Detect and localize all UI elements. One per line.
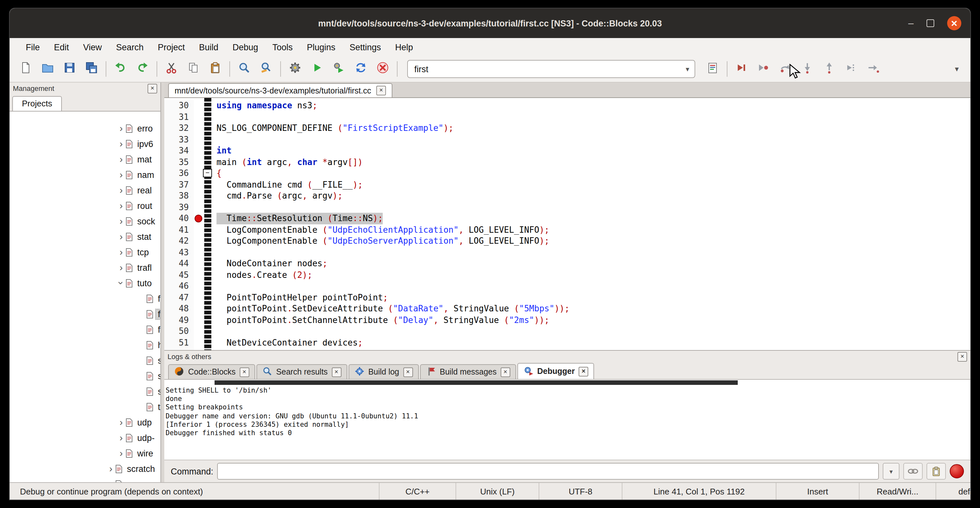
replace-button[interactable] xyxy=(255,59,277,79)
search-combo[interactable]: ▾ xyxy=(407,60,695,78)
menu-item-debug[interactable]: Debug xyxy=(226,40,266,54)
tree-item-ipv6[interactable]: ›ipv6 xyxy=(10,136,161,151)
save-all-button[interactable] xyxy=(81,59,102,79)
tree-item-erro[interactable]: ›erro xyxy=(10,121,161,136)
chevron-right-icon[interactable]: › xyxy=(117,201,126,210)
new-file-button[interactable] xyxy=(15,59,37,79)
code-line-31[interactable]: 31 xyxy=(164,111,970,123)
command-history-dropdown[interactable]: ▾ xyxy=(883,463,899,479)
chevron-right-icon[interactable]: › xyxy=(117,217,126,226)
breakpoint-marker[interactable] xyxy=(194,214,202,222)
tree-item-udp[interactable]: ›udp xyxy=(10,414,161,430)
run-button[interactable] xyxy=(306,59,328,79)
breakpoint-margin[interactable] xyxy=(194,269,204,280)
breakpoint-margin[interactable] xyxy=(194,337,204,348)
attach-icon[interactable] xyxy=(903,463,923,479)
incremental-search-button[interactable] xyxy=(702,59,724,79)
redo-button[interactable] xyxy=(131,59,153,79)
breakpoint-margin[interactable] xyxy=(194,314,204,326)
maximize-button[interactable] xyxy=(926,19,934,27)
minimize-button[interactable]: – xyxy=(908,20,914,26)
tree-item-tcp[interactable]: ›tcp xyxy=(10,244,161,260)
menu-item-file[interactable]: File xyxy=(19,40,47,54)
code-line-48[interactable]: 48 pointToPoint.SetDeviceAttribute ("Dat… xyxy=(164,303,970,314)
code-line-47[interactable]: 47 PointToPointHelper pointToPoint; xyxy=(164,292,970,303)
breakpoint-margin[interactable] xyxy=(194,348,204,350)
code-line-38[interactable]: 38 cmd.Parse (argc, argv); xyxy=(164,190,970,201)
editor-tab-first-cc[interactable]: mnt/dev/tools/source/ns-3-dev/examples/t… xyxy=(168,83,392,97)
menu-item-view[interactable]: View xyxy=(76,40,109,54)
close-icon[interactable]: × xyxy=(239,367,249,377)
tab-projects[interactable]: Projects xyxy=(12,96,62,111)
breakpoint-margin[interactable] xyxy=(194,292,204,303)
breakpoint-margin[interactable] xyxy=(194,303,204,314)
chevron-right-icon[interactable]: › xyxy=(117,139,126,148)
tree-item-nam[interactable]: ›nam xyxy=(10,167,161,182)
save-file-button[interactable] xyxy=(59,59,81,79)
chevron-right-icon[interactable]: › xyxy=(117,170,126,179)
chevron-right-icon[interactable]: › xyxy=(106,479,115,482)
paste-button[interactable] xyxy=(204,59,226,79)
close-icon[interactable]: × xyxy=(403,367,413,377)
logs-tab-code-blocks[interactable]: Code::Blocks× xyxy=(168,364,255,379)
close-icon[interactable]: × xyxy=(958,352,967,361)
code-line-35[interactable]: 35main (int argc, char *argv[]) xyxy=(164,156,970,167)
chevron-right-icon[interactable]: › xyxy=(117,418,126,427)
cut-button[interactable] xyxy=(161,59,182,79)
menu-item-tools[interactable]: Tools xyxy=(265,40,300,54)
find-button[interactable] xyxy=(233,59,255,79)
tree-item-sock[interactable]: ›sock xyxy=(10,213,161,229)
menu-item-build[interactable]: Build xyxy=(192,40,226,54)
titlebar[interactable]: mnt/dev/tools/source/ns-3-dev/examples/t… xyxy=(10,8,970,38)
chevron-right-icon[interactable]: › xyxy=(117,433,126,442)
tree-item-fif[interactable]: fif xyxy=(10,291,161,306)
code-line-45[interactable]: 45 nodes.Create (2); xyxy=(164,269,970,280)
tree-item-se[interactable]: se xyxy=(10,353,161,368)
next-instruction-button[interactable] xyxy=(840,59,862,79)
code-line-33[interactable]: 33 xyxy=(164,134,970,145)
code-line-41[interactable]: 41 LogComponentEnable ("UdpEchoClientApp… xyxy=(164,224,970,235)
stop-debugger-icon[interactable] xyxy=(950,464,964,478)
copy-button[interactable] xyxy=(182,59,204,79)
code-line-44[interactable]: 44 NodeContainer nodes; xyxy=(164,258,970,269)
build-and-run-button[interactable] xyxy=(328,59,350,79)
breakpoint-margin[interactable] xyxy=(194,224,204,235)
chevron-down-icon[interactable]: ▾ xyxy=(680,65,695,73)
tree-item-udp-[interactable]: ›udp- xyxy=(10,430,161,446)
undo-button[interactable] xyxy=(110,59,131,79)
code-line-46[interactable]: 46 xyxy=(164,280,970,292)
chevron-down-icon[interactable]: ▾ xyxy=(948,64,965,73)
code-line-36[interactable]: 36{ xyxy=(164,167,970,179)
fold-marker-open[interactable]: − xyxy=(203,169,212,177)
rebuild-button[interactable] xyxy=(350,59,372,79)
breakpoint-margin[interactable] xyxy=(194,280,204,292)
breakpoint-margin[interactable] xyxy=(194,134,204,145)
open-file-button[interactable] xyxy=(37,59,59,79)
breakpoint-margin[interactable] xyxy=(194,100,204,111)
close-button[interactable]: ✕ xyxy=(947,16,961,30)
close-icon[interactable]: × xyxy=(331,367,341,377)
code-line-37[interactable]: 37 CommandLine cmd (__FILE__); xyxy=(164,179,970,190)
tree-item-tuto[interactable]: ›tuto xyxy=(10,275,161,291)
step-out-button[interactable] xyxy=(818,59,840,79)
chevron-right-icon[interactable]: › xyxy=(117,248,126,256)
menu-item-settings[interactable]: Settings xyxy=(342,40,388,54)
chevron-down-icon[interactable]: › xyxy=(117,279,126,288)
build-button[interactable] xyxy=(284,59,306,79)
tree-item-wire[interactable]: ›wire xyxy=(10,446,161,461)
tree-item-scratch[interactable]: ›scratch xyxy=(10,461,161,476)
run-to-cursor-button[interactable] xyxy=(752,59,775,79)
menu-item-plugins[interactable]: Plugins xyxy=(300,40,342,54)
logs-tab-build-log[interactable]: Build log× xyxy=(348,364,418,379)
close-icon[interactable]: × xyxy=(376,86,386,96)
breakpoint-margin[interactable] xyxy=(194,258,204,269)
breakpoint-margin[interactable] xyxy=(194,247,204,258)
chevron-right-icon[interactable]: › xyxy=(117,155,126,164)
code-line-42[interactable]: 42 LogComponentEnable ("UdpEchoServerApp… xyxy=(164,235,970,247)
tree-item-he[interactable]: he xyxy=(10,337,161,353)
menu-item-project[interactable]: Project xyxy=(151,40,192,54)
tree-item-real[interactable]: ›real xyxy=(10,182,161,198)
step-into-instruction-button[interactable] xyxy=(862,59,884,79)
breakpoint-margin[interactable] xyxy=(194,326,204,337)
breakpoint-margin[interactable] xyxy=(194,201,204,213)
